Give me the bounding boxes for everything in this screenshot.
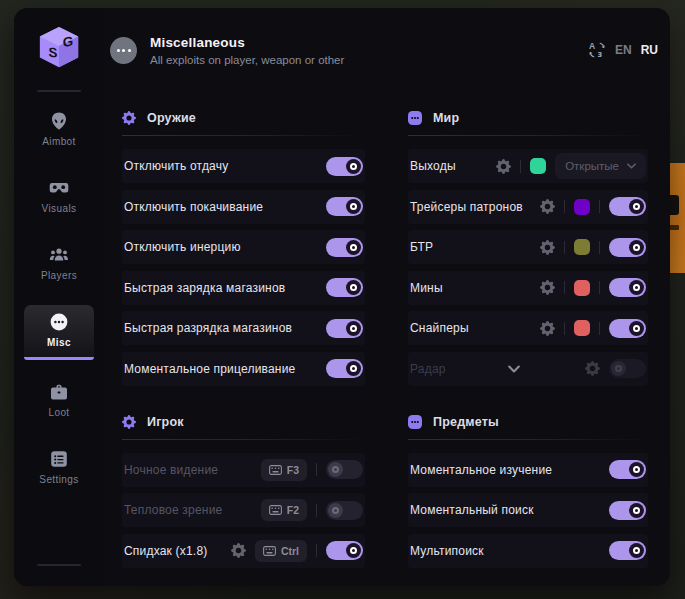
sidebar-item-label: Players (41, 270, 77, 281)
hotkey-badge[interactable]: F2 (261, 499, 307, 521)
feature-label: Выходы (410, 159, 456, 173)
toggle-switch[interactable] (326, 278, 363, 297)
page-title: Miscellaneous (150, 35, 344, 50)
gear-icon[interactable] (540, 280, 555, 295)
feature-label: Моментальный поиск (410, 503, 534, 517)
sidebar-item-aimbot[interactable]: Aimbot (24, 104, 94, 156)
toggle-switch[interactable] (609, 319, 646, 338)
feature-label: Быстрая зарядка магазинов (124, 281, 285, 295)
hotkey-badge[interactable]: F3 (261, 459, 307, 481)
section-title: Оружие (147, 111, 196, 125)
gear-icon[interactable] (540, 199, 555, 214)
feature-row: Трейсеры патронов (408, 190, 648, 224)
sidebar-item-label: Loot (48, 407, 69, 418)
gear-icon[interactable] (540, 240, 555, 255)
feature-label: Отключить покачивание (124, 200, 263, 214)
toggle-switch[interactable] (609, 238, 646, 257)
sidebar-item-visuals[interactable]: Visuals (24, 171, 94, 223)
page-icon-ellipsis (110, 37, 137, 64)
ellipsis-circle-icon (49, 312, 69, 332)
feature-label: Снайперы (410, 321, 469, 335)
feature-row: Моментальное изучение (408, 453, 648, 487)
players-icon (49, 245, 69, 265)
feature-row: Радар (408, 352, 648, 386)
briefcase-icon (49, 382, 69, 402)
toggle-switch[interactable] (609, 501, 646, 520)
toggle-switch[interactable] (326, 157, 363, 176)
feature-row: Мультипоиск (408, 534, 648, 568)
svg-text:A: A (589, 41, 595, 51)
feature-row: Отключить покачивание (122, 190, 365, 224)
section-divider (122, 135, 365, 136)
sidebar-item-settings[interactable]: Settings (24, 442, 94, 494)
color-swatch[interactable] (574, 320, 590, 336)
app-logo: S G (36, 24, 82, 70)
gear-icon[interactable] (585, 361, 600, 376)
gear-icon[interactable] (496, 159, 511, 174)
color-swatch[interactable] (530, 158, 546, 174)
section-divider (408, 135, 648, 136)
vr-goggles-icon (49, 178, 69, 198)
chevron-down-icon[interactable] (508, 365, 520, 373)
feature-row: Моментальный поиск (408, 493, 648, 527)
toggle-switch[interactable] (609, 197, 646, 216)
toggle-switch[interactable] (609, 541, 646, 560)
sidebar-item-loot[interactable]: Loot (24, 375, 94, 427)
feature-row: Ночное видение F3 (122, 453, 365, 487)
sidebar-divider-top (37, 90, 81, 92)
gear-icon (122, 415, 136, 429)
lang-ru-button[interactable]: RU (641, 43, 658, 57)
color-swatch[interactable] (574, 199, 590, 215)
feature-label: БТР (410, 240, 433, 254)
chevron-down-icon (627, 163, 636, 169)
lang-en-button[interactable]: EN (615, 43, 632, 57)
feature-label: Моментальное прицеливание (124, 362, 295, 376)
cheat-window: S G Aimbot Visuals (14, 8, 670, 586)
section-title: Мир (433, 111, 459, 125)
gear-icon[interactable] (231, 543, 246, 558)
toggle-switch[interactable] (326, 541, 363, 560)
toggle-switch[interactable] (326, 197, 363, 216)
feature-row: Спидхак (x1.8) Ctrl (122, 534, 365, 568)
toggle-switch[interactable] (609, 460, 646, 479)
color-swatch[interactable] (574, 280, 590, 296)
page-subtitle: All exploits on player, weapon or other (150, 54, 344, 66)
feature-label: Моментальное изучение (410, 463, 552, 477)
sidebar-item-players[interactable]: Players (24, 238, 94, 290)
feature-row: БТР (408, 230, 648, 264)
feature-label: Быстрая разрядка магазинов (124, 321, 292, 335)
translate-icon[interactable]: A з (588, 41, 606, 59)
sidebar-item-misc[interactable]: Misc (24, 305, 94, 360)
message-dots-icon (408, 415, 422, 429)
toggle-switch[interactable] (326, 238, 363, 257)
toggle-switch[interactable] (326, 501, 363, 520)
feature-row: Снайперы (408, 311, 648, 345)
content-grid: Оружие Отключить отдачу Отключить покачи… (104, 110, 658, 574)
keyboard-icon (263, 546, 276, 556)
feature-row: Моментальное прицеливание (122, 352, 365, 386)
toggle-switch[interactable] (326, 460, 363, 479)
section-title: Предметы (433, 415, 499, 429)
alien-icon (49, 111, 69, 131)
section-weapon: Оружие Отключить отдачу Отключить покачи… (122, 110, 365, 386)
exits-dropdown[interactable]: Открытые (555, 153, 646, 179)
sidebar-item-label: Visuals (42, 203, 77, 214)
feature-row: Мины (408, 271, 648, 305)
section-divider (122, 439, 365, 440)
gear-icon[interactable] (540, 321, 555, 336)
toggle-switch[interactable] (326, 359, 363, 378)
toggle-switch[interactable] (609, 359, 646, 378)
sidebar: S G Aimbot Visuals (14, 8, 104, 586)
toggle-switch[interactable] (609, 278, 646, 297)
feature-label: Ночное видение (124, 463, 218, 477)
feature-row: Выходы Открытые (408, 149, 648, 183)
feature-row: Быстрая разрядка магазинов (122, 311, 365, 345)
list-icon (49, 449, 69, 469)
color-swatch[interactable] (574, 239, 590, 255)
sidebar-item-label: Settings (39, 474, 78, 485)
feature-row: Тепловое зрение F2 (122, 493, 365, 527)
hotkey-badge[interactable]: Ctrl (255, 540, 307, 562)
section-player: Игрок Ночное видение F3 (122, 414, 365, 568)
svg-text:S: S (48, 44, 57, 60)
toggle-switch[interactable] (326, 319, 363, 338)
